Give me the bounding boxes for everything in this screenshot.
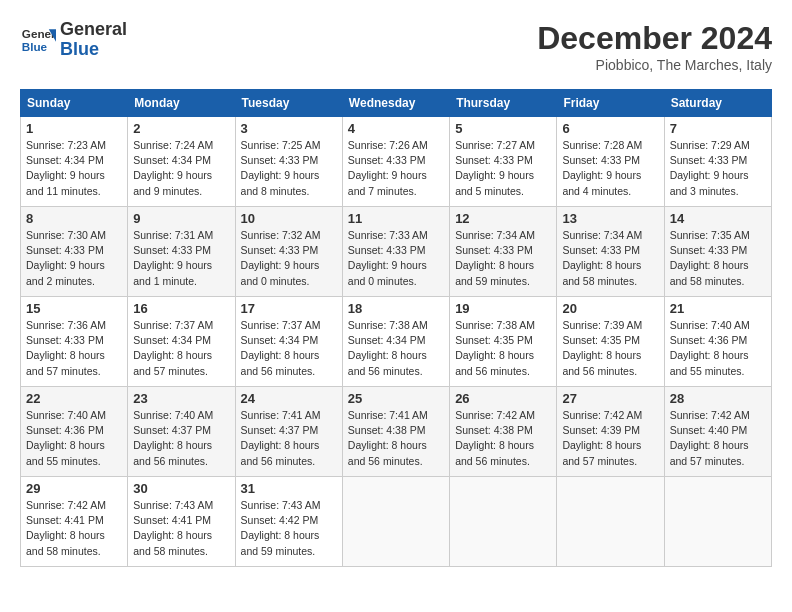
day-number: 14 [670,211,766,226]
svg-text:General: General [22,27,56,40]
day-info: Sunrise: 7:24 AM Sunset: 4:34 PM Dayligh… [133,138,229,199]
calendar-day-cell: 27Sunrise: 7:42 AM Sunset: 4:39 PM Dayli… [557,387,664,477]
day-number: 4 [348,121,444,136]
header-sunday: Sunday [21,90,128,117]
header-tuesday: Tuesday [235,90,342,117]
day-info: Sunrise: 7:34 AM Sunset: 4:33 PM Dayligh… [455,228,551,289]
day-number: 25 [348,391,444,406]
day-number: 27 [562,391,658,406]
day-info: Sunrise: 7:23 AM Sunset: 4:34 PM Dayligh… [26,138,122,199]
calendar-day-cell: 2Sunrise: 7:24 AM Sunset: 4:34 PM Daylig… [128,117,235,207]
day-number: 8 [26,211,122,226]
day-info: Sunrise: 7:30 AM Sunset: 4:33 PM Dayligh… [26,228,122,289]
empty-cell [664,477,771,567]
day-info: Sunrise: 7:40 AM Sunset: 4:36 PM Dayligh… [26,408,122,469]
header-thursday: Thursday [450,90,557,117]
day-number: 18 [348,301,444,316]
calendar-day-cell: 15Sunrise: 7:36 AM Sunset: 4:33 PM Dayli… [21,297,128,387]
calendar-day-cell: 22Sunrise: 7:40 AM Sunset: 4:36 PM Dayli… [21,387,128,477]
day-info: Sunrise: 7:38 AM Sunset: 4:35 PM Dayligh… [455,318,551,379]
day-info: Sunrise: 7:43 AM Sunset: 4:41 PM Dayligh… [133,498,229,559]
day-info: Sunrise: 7:36 AM Sunset: 4:33 PM Dayligh… [26,318,122,379]
day-number: 13 [562,211,658,226]
calendar-day-cell: 31Sunrise: 7:43 AM Sunset: 4:42 PM Dayli… [235,477,342,567]
day-info: Sunrise: 7:37 AM Sunset: 4:34 PM Dayligh… [241,318,337,379]
calendar-day-cell: 13Sunrise: 7:34 AM Sunset: 4:33 PM Dayli… [557,207,664,297]
day-number: 26 [455,391,551,406]
day-info: Sunrise: 7:32 AM Sunset: 4:33 PM Dayligh… [241,228,337,289]
calendar-day-cell: 23Sunrise: 7:40 AM Sunset: 4:37 PM Dayli… [128,387,235,477]
calendar-day-cell: 3Sunrise: 7:25 AM Sunset: 4:33 PM Daylig… [235,117,342,207]
location-subtitle: Piobbico, The Marches, Italy [537,57,772,73]
day-info: Sunrise: 7:31 AM Sunset: 4:33 PM Dayligh… [133,228,229,289]
calendar-week-row: 1Sunrise: 7:23 AM Sunset: 4:34 PM Daylig… [21,117,772,207]
calendar-day-cell: 29Sunrise: 7:42 AM Sunset: 4:41 PM Dayli… [21,477,128,567]
header-saturday: Saturday [664,90,771,117]
empty-cell [450,477,557,567]
day-number: 1 [26,121,122,136]
day-info: Sunrise: 7:41 AM Sunset: 4:38 PM Dayligh… [348,408,444,469]
day-info: Sunrise: 7:39 AM Sunset: 4:35 PM Dayligh… [562,318,658,379]
calendar-day-cell: 12Sunrise: 7:34 AM Sunset: 4:33 PM Dayli… [450,207,557,297]
calendar-day-cell: 5Sunrise: 7:27 AM Sunset: 4:33 PM Daylig… [450,117,557,207]
calendar-day-cell: 1Sunrise: 7:23 AM Sunset: 4:34 PM Daylig… [21,117,128,207]
day-number: 6 [562,121,658,136]
day-info: Sunrise: 7:42 AM Sunset: 4:40 PM Dayligh… [670,408,766,469]
day-number: 22 [26,391,122,406]
calendar-day-cell: 4Sunrise: 7:26 AM Sunset: 4:33 PM Daylig… [342,117,449,207]
day-info: Sunrise: 7:28 AM Sunset: 4:33 PM Dayligh… [562,138,658,199]
calendar-day-cell: 21Sunrise: 7:40 AM Sunset: 4:36 PM Dayli… [664,297,771,387]
day-number: 31 [241,481,337,496]
day-info: Sunrise: 7:27 AM Sunset: 4:33 PM Dayligh… [455,138,551,199]
calendar-day-cell: 18Sunrise: 7:38 AM Sunset: 4:34 PM Dayli… [342,297,449,387]
calendar-week-row: 8Sunrise: 7:30 AM Sunset: 4:33 PM Daylig… [21,207,772,297]
calendar-day-cell: 9Sunrise: 7:31 AM Sunset: 4:33 PM Daylig… [128,207,235,297]
header-wednesday: Wednesday [342,90,449,117]
day-info: Sunrise: 7:43 AM Sunset: 4:42 PM Dayligh… [241,498,337,559]
day-info: Sunrise: 7:41 AM Sunset: 4:37 PM Dayligh… [241,408,337,469]
day-number: 7 [670,121,766,136]
page-header: General Blue General Blue December 2024 … [20,20,772,73]
day-number: 19 [455,301,551,316]
day-number: 3 [241,121,337,136]
day-number: 11 [348,211,444,226]
day-info: Sunrise: 7:38 AM Sunset: 4:34 PM Dayligh… [348,318,444,379]
calendar-week-row: 22Sunrise: 7:40 AM Sunset: 4:36 PM Dayli… [21,387,772,477]
calendar-day-cell: 14Sunrise: 7:35 AM Sunset: 4:33 PM Dayli… [664,207,771,297]
logo-icon: General Blue [20,22,56,58]
day-number: 20 [562,301,658,316]
day-info: Sunrise: 7:42 AM Sunset: 4:41 PM Dayligh… [26,498,122,559]
calendar-day-cell: 16Sunrise: 7:37 AM Sunset: 4:34 PM Dayli… [128,297,235,387]
day-number: 17 [241,301,337,316]
calendar-day-cell: 6Sunrise: 7:28 AM Sunset: 4:33 PM Daylig… [557,117,664,207]
calendar-week-row: 15Sunrise: 7:36 AM Sunset: 4:33 PM Dayli… [21,297,772,387]
calendar-day-cell: 30Sunrise: 7:43 AM Sunset: 4:41 PM Dayli… [128,477,235,567]
calendar-day-cell: 19Sunrise: 7:38 AM Sunset: 4:35 PM Dayli… [450,297,557,387]
calendar-day-cell: 7Sunrise: 7:29 AM Sunset: 4:33 PM Daylig… [664,117,771,207]
day-number: 5 [455,121,551,136]
day-info: Sunrise: 7:33 AM Sunset: 4:33 PM Dayligh… [348,228,444,289]
day-info: Sunrise: 7:40 AM Sunset: 4:36 PM Dayligh… [670,318,766,379]
day-number: 12 [455,211,551,226]
day-number: 10 [241,211,337,226]
calendar-day-cell: 17Sunrise: 7:37 AM Sunset: 4:34 PM Dayli… [235,297,342,387]
logo-text: General Blue [60,20,127,60]
day-info: Sunrise: 7:40 AM Sunset: 4:37 PM Dayligh… [133,408,229,469]
calendar-day-cell: 26Sunrise: 7:42 AM Sunset: 4:38 PM Dayli… [450,387,557,477]
calendar-week-row: 29Sunrise: 7:42 AM Sunset: 4:41 PM Dayli… [21,477,772,567]
calendar-header-row: SundayMondayTuesdayWednesdayThursdayFrid… [21,90,772,117]
month-title: December 2024 [537,20,772,57]
day-info: Sunrise: 7:34 AM Sunset: 4:33 PM Dayligh… [562,228,658,289]
calendar-day-cell: 20Sunrise: 7:39 AM Sunset: 4:35 PM Dayli… [557,297,664,387]
calendar-day-cell: 8Sunrise: 7:30 AM Sunset: 4:33 PM Daylig… [21,207,128,297]
day-number: 29 [26,481,122,496]
day-number: 23 [133,391,229,406]
day-number: 24 [241,391,337,406]
calendar-day-cell: 11Sunrise: 7:33 AM Sunset: 4:33 PM Dayli… [342,207,449,297]
header-friday: Friday [557,90,664,117]
calendar-day-cell: 28Sunrise: 7:42 AM Sunset: 4:40 PM Dayli… [664,387,771,477]
day-number: 30 [133,481,229,496]
day-info: Sunrise: 7:37 AM Sunset: 4:34 PM Dayligh… [133,318,229,379]
day-number: 21 [670,301,766,316]
calendar-day-cell: 24Sunrise: 7:41 AM Sunset: 4:37 PM Dayli… [235,387,342,477]
